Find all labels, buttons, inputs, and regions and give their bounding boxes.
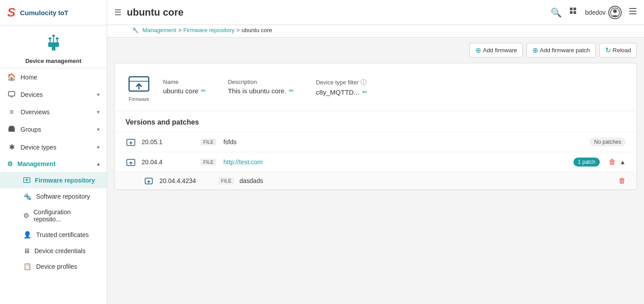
sidebar-management-label: Management [17, 160, 56, 167]
svg-point-21 [613, 9, 617, 13]
sidebar-item-device-types-label: Device types [21, 144, 56, 151]
svg-rect-11 [8, 127, 15, 132]
main-content: ☰ ubuntu core 🔍 bdedov [107, 0, 644, 304]
grid-icon[interactable] [569, 7, 578, 18]
sidebar-item-groups-label: Groups [21, 126, 41, 133]
version-2-delete-button[interactable]: 🗑 [609, 158, 616, 166]
breadcrumb-sep-2: > [236, 27, 240, 33]
sidebar-item-home-label: Home [21, 74, 37, 81]
reload-button[interactable]: ↻ Reload [599, 43, 637, 58]
trusted-certificates-icon: 👤 [23, 231, 32, 239]
version-2-expand-button[interactable]: ▲ [619, 158, 626, 166]
sidebar-item-devices-label: Devices [21, 91, 43, 98]
svg-rect-18 [570, 11, 573, 14]
sidebar-item-devices[interactable]: Devices ▾ [0, 86, 107, 104]
add-firmware-patch-icon: ⊕ [532, 46, 538, 54]
patch-row-1: 20.04.4.4234 FILE dasdads 🗑 [115, 172, 636, 190]
firmware-icon-label: Firmware [129, 96, 149, 102]
sidebar-item-trusted-certificates-label: Trusted certificates [36, 231, 89, 238]
reload-icon: ↻ [605, 46, 611, 54]
versions-section-title: Versions and patches [115, 111, 636, 132]
device-management-label: Device management [25, 58, 82, 64]
version-icon-1 [125, 137, 136, 146]
reload-label: Reload [613, 47, 631, 54]
sidebar-toggle-icon[interactable] [629, 7, 637, 17]
brand-header: S Cumulocity IoT [0, 0, 107, 25]
patch-name-1: 20.04.4.4234 [159, 177, 213, 184]
version-name-1: 20.05.1 [142, 138, 195, 146]
svg-rect-5 [49, 37, 51, 39]
user-info[interactable]: bdedov [585, 6, 622, 19]
page-title: ubuntu core [127, 7, 545, 18]
sidebar-item-overviews[interactable]: ≡ Overviews ▾ [0, 104, 107, 121]
groups-icon [7, 125, 16, 134]
add-firmware-patch-label: Add firmware patch [540, 47, 590, 54]
version-url-1: fsfds [223, 138, 237, 146]
firmware-description-label: Description [228, 79, 294, 85]
firmware-device-type-label: Device type filter ⓘ [316, 79, 368, 87]
overviews-icon: ≡ [7, 108, 16, 116]
breadcrumb-firmware-repository[interactable]: Firmware repository [183, 27, 234, 33]
patch-delete-button-1[interactable]: 🗑 [619, 177, 626, 185]
breadcrumb-icon: 🔧 [132, 27, 139, 33]
sidebar-item-device-profiles[interactable]: 📋 Device profiles [0, 258, 107, 275]
action-bar: ⊕ Add firmware ⊕ Add firmware patch ↻ Re… [107, 37, 644, 63]
firmware-icon-box: Firmware [125, 72, 152, 102]
firmware-description-edit-icon[interactable]: ✏ [289, 87, 294, 94]
sidebar-item-configuration-repository[interactable]: ⚙ Configuration reposito... [0, 204, 107, 227]
sidebar-item-firmware-repository-label: Firmware repository [35, 177, 95, 184]
sidebar-management-header[interactable]: ⚙ Management ▴ [0, 156, 107, 172]
sidebar-item-software-repository[interactable]: 🔩 Software repository [0, 188, 107, 204]
firmware-device-type-edit-icon[interactable]: ✏ [362, 88, 368, 96]
svg-rect-19 [573, 11, 576, 14]
sidebar-item-configuration-repository-label: Configuration reposito... [33, 208, 100, 223]
sidebar-item-trusted-certificates[interactable]: 👤 Trusted certificates [0, 227, 107, 243]
add-firmware-button[interactable]: ⊕ Add firmware [469, 43, 523, 58]
add-firmware-icon: ⊕ [475, 46, 481, 54]
sidebar-item-device-credentials-label: Device credentials [34, 247, 85, 254]
help-icon[interactable]: ⓘ [360, 79, 367, 87]
svg-rect-12 [9, 126, 14, 128]
sidebar-item-groups[interactable]: Groups ▾ [0, 121, 107, 138]
sidebar-item-device-types[interactable]: ✱ Device types ▾ [0, 138, 107, 156]
topbar-icons: 🔍 bdedov [551, 6, 637, 19]
device-management-section: Device management [0, 25, 107, 68]
version-url-2[interactable]: http://test.com [223, 158, 263, 166]
sidebar-item-home[interactable]: 🏠 Home [0, 68, 107, 86]
brand-name: Cumulocity IoT [20, 9, 68, 17]
svg-rect-17 [573, 8, 576, 10]
add-firmware-patch-button[interactable]: ⊕ Add firmware patch [527, 43, 596, 58]
firmware-device-type-value: c8y_MQTTD... ✏ [316, 88, 368, 96]
configuration-repository-icon: ⚙ [23, 212, 29, 220]
firmware-name-value: ubuntu core ✏ [163, 87, 206, 95]
svg-rect-16 [570, 8, 573, 10]
firmware-name-field: Name ubuntu core ✏ [163, 79, 206, 96]
sidebar-item-device-profiles-label: Device profiles [36, 263, 77, 270]
firmware-header: Firmware Name ubuntu core ✏ Description … [115, 63, 636, 111]
patch-url-1: dasdads [239, 177, 263, 184]
add-firmware-label: Add firmware [483, 47, 517, 54]
search-icon[interactable]: 🔍 [551, 7, 562, 18]
firmware-description-value: This is ubuntu core. ✏ [228, 87, 294, 95]
menu-icon[interactable]: ☰ [114, 8, 121, 17]
device-mgmt-svg [44, 33, 63, 52]
sidebar-item-firmware-repository[interactable]: Firmware repository [0, 172, 107, 188]
version-row-2: 20.04.4 FILE http://test.com 1 patch 🗑 ▲ [115, 152, 636, 172]
breadcrumb-management[interactable]: Management [142, 27, 176, 33]
device-credentials-icon: 🖥 [23, 247, 30, 254]
devices-icon [7, 90, 16, 99]
avatar [608, 6, 622, 19]
management-icon: ⚙ [7, 160, 13, 167]
sidebar: S Cumulocity IoT Device management 🏠 Hom… [0, 0, 107, 304]
version-file-badge-2: FILE [201, 158, 216, 166]
software-repository-icon: 🔩 [23, 192, 32, 200]
firmware-icon-svg [127, 72, 151, 96]
sidebar-item-device-credentials[interactable]: 🖥 Device credentials [0, 243, 107, 258]
firmware-name-edit-icon[interactable]: ✏ [201, 87, 206, 94]
firmware-repository-icon [23, 176, 30, 184]
version-file-badge-1: FILE [201, 138, 216, 146]
groups-arrow: ▾ [97, 126, 100, 133]
svg-rect-22 [629, 8, 636, 9]
management-arrow: ▴ [97, 161, 100, 167]
devices-arrow: ▾ [97, 92, 100, 98]
